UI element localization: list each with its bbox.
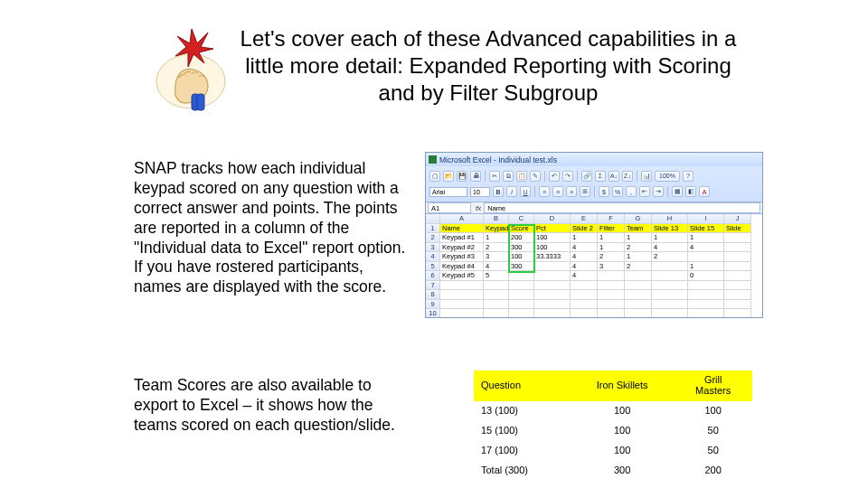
row-header[interactable]: 7 — [426, 281, 440, 291]
cell[interactable]: 1 — [652, 233, 688, 243]
cell[interactable] — [571, 290, 598, 300]
cell[interactable] — [625, 309, 652, 318]
cell[interactable]: 4 — [688, 243, 724, 253]
col-header[interactable]: F — [598, 214, 625, 224]
row-header[interactable]: 4 — [426, 252, 440, 262]
fx-icon[interactable]: fx — [473, 202, 484, 213]
column-heading[interactable]: Filter — [598, 224, 625, 234]
cell[interactable] — [440, 309, 484, 318]
formula-input[interactable]: Name — [484, 202, 760, 213]
cell[interactable]: 1 — [688, 262, 724, 272]
col-header[interactable]: I — [688, 214, 724, 224]
copy-icon[interactable]: ⧉ — [503, 171, 514, 182]
column-heading[interactable]: Name — [440, 224, 484, 234]
cell[interactable] — [571, 281, 598, 291]
cell[interactable] — [625, 290, 652, 300]
cell[interactable] — [652, 309, 688, 318]
cell[interactable]: 4 — [571, 271, 598, 281]
cell[interactable]: 3 — [598, 262, 625, 272]
autosum-icon[interactable]: Σ — [595, 171, 606, 182]
zoom-dropdown[interactable]: 100% — [655, 171, 680, 182]
cell[interactable]: 2 — [625, 243, 652, 253]
cell[interactable] — [724, 300, 751, 310]
cell[interactable] — [598, 290, 625, 300]
cell[interactable] — [688, 290, 724, 300]
cell[interactable]: 300 — [509, 243, 534, 253]
cell[interactable] — [625, 271, 652, 281]
redo-icon[interactable]: ↷ — [562, 171, 573, 182]
cell[interactable]: 300 — [509, 262, 534, 272]
cell[interactable]: 100 — [534, 243, 571, 253]
cell[interactable] — [484, 300, 509, 310]
col-header[interactable]: J — [724, 214, 751, 224]
name-box[interactable]: A1 — [428, 202, 471, 213]
sort-desc-icon[interactable]: Z↓ — [622, 171, 633, 182]
cell[interactable]: 4 — [652, 243, 688, 253]
cell[interactable]: 100 — [534, 233, 571, 243]
col-header[interactable]: C — [509, 214, 534, 224]
cell[interactable] — [625, 300, 652, 310]
cell[interactable]: 2 — [652, 252, 688, 262]
row-header[interactable]: 2 — [426, 233, 440, 243]
col-header[interactable]: H — [652, 214, 688, 224]
column-heading[interactable]: Slide 2 — [571, 224, 598, 234]
column-heading[interactable]: Slide 15 — [688, 224, 724, 234]
col-header[interactable]: B — [484, 214, 509, 224]
save-icon[interactable]: 💾 — [457, 171, 467, 182]
cell[interactable] — [598, 281, 625, 291]
cell[interactable] — [652, 262, 688, 272]
cell[interactable]: 0 — [688, 271, 724, 281]
col-header[interactable]: E — [571, 214, 598, 224]
cell[interactable]: Keypad #5 — [440, 271, 484, 281]
cell[interactable]: 1 — [688, 233, 724, 243]
print-icon[interactable]: 🖶 — [470, 171, 481, 182]
cell[interactable] — [598, 300, 625, 310]
col-header[interactable]: D — [534, 214, 571, 224]
cell[interactable]: 2 — [484, 243, 509, 253]
help-icon[interactable]: ? — [683, 171, 693, 182]
borders-icon[interactable]: ▦ — [672, 186, 683, 197]
cell[interactable]: 3 — [484, 252, 509, 262]
cell[interactable]: 4 — [571, 243, 598, 253]
bold-button[interactable]: B — [493, 186, 504, 197]
column-heading[interactable]: Slide — [724, 224, 751, 234]
cell[interactable]: 1 — [625, 252, 652, 262]
cell[interactable] — [571, 300, 598, 310]
row-header[interactable]: 3 — [426, 243, 440, 253]
cell[interactable] — [652, 281, 688, 291]
row-header[interactable]: 6 — [426, 271, 440, 281]
cell[interactable] — [484, 281, 509, 291]
row-header[interactable]: 1 — [426, 224, 440, 234]
row-header[interactable]: 5 — [426, 262, 440, 272]
font-size-dropdown[interactable]: 10 — [470, 187, 490, 197]
cell[interactable] — [534, 262, 571, 272]
cell[interactable] — [534, 281, 571, 291]
cell[interactable] — [724, 262, 751, 272]
cell[interactable] — [440, 300, 484, 310]
cell[interactable] — [724, 243, 751, 253]
row-header[interactable]: 10 — [426, 309, 440, 318]
cell[interactable]: 5 — [484, 271, 509, 281]
cell[interactable] — [509, 271, 534, 281]
fill-color-icon[interactable]: ◧ — [685, 186, 696, 197]
currency-icon[interactable]: $ — [599, 186, 609, 197]
spreadsheet-grid[interactable]: ABCDEFGHIJ1NameKeypadScorePctSlide 2Filt… — [426, 214, 762, 318]
font-name-dropdown[interactable]: Arial — [429, 187, 467, 197]
align-right-icon[interactable]: ≡ — [566, 186, 577, 197]
format-painter-icon[interactable]: ✎ — [530, 171, 541, 182]
cell[interactable] — [688, 300, 724, 310]
cell[interactable] — [598, 271, 625, 281]
cell[interactable] — [724, 309, 751, 318]
cell[interactable]: 4 — [571, 262, 598, 272]
cell[interactable] — [484, 309, 509, 318]
cell[interactable] — [724, 233, 751, 243]
cell[interactable]: Keypad #3 — [440, 252, 484, 262]
column-heading[interactable]: Slide 13 — [652, 224, 688, 234]
cell[interactable]: Keypad #1 — [440, 233, 484, 243]
cell[interactable] — [652, 300, 688, 310]
cell[interactable] — [688, 252, 724, 262]
cell[interactable]: 33.3333 — [534, 252, 571, 262]
cell[interactable] — [688, 309, 724, 318]
percent-icon[interactable]: % — [612, 186, 623, 197]
cell[interactable] — [534, 271, 571, 281]
